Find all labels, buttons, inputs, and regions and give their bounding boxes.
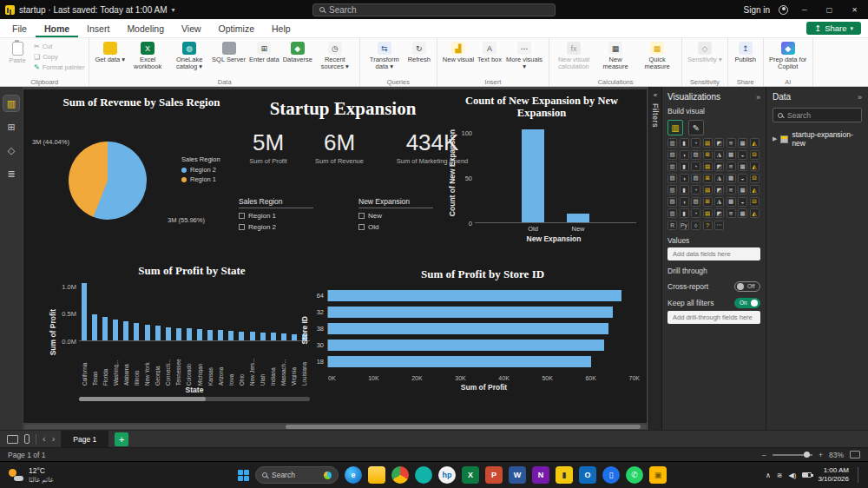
viz-type-icon[interactable]: ◩ (714, 208, 724, 218)
sql-server-button[interactable]: SQL Server (211, 41, 247, 64)
viz-type-icon[interactable]: ▩ (727, 174, 736, 183)
filters-pane-collapsed[interactable]: « Filters (648, 87, 661, 430)
viz-type-icon[interactable]: ≋ (727, 185, 736, 195)
viz-type-icon[interactable]: ◔ (691, 138, 700, 148)
bar-iowa[interactable] (228, 331, 233, 340)
zoom-slider-knob[interactable] (804, 452, 810, 458)
menu-tab-home[interactable]: Home (36, 21, 78, 37)
cross-report-toggle[interactable]: Off (734, 281, 760, 292)
keep-all-filters-toggle[interactable]: On (734, 298, 760, 308)
slicer-option-new[interactable]: New (358, 212, 433, 220)
viz-type-icon[interactable]: ◮ (714, 150, 724, 160)
bar-indiana[interactable] (271, 333, 276, 340)
new-page-button[interactable]: + (115, 432, 128, 446)
viz-type-icon[interactable]: ◮ (714, 174, 724, 183)
chrome-icon[interactable] (391, 466, 409, 484)
report-view-button[interactable]: ▥ (3, 96, 19, 111)
outlook-icon[interactable]: O (579, 466, 596, 484)
viz-type-icon[interactable]: ▤ (703, 138, 713, 148)
viz-type-icon[interactable]: ▥ (667, 162, 677, 171)
viz-type-icon[interactable]: ▮ (680, 138, 689, 148)
visual-new-expansion-column-chart[interactable]: Count of New Expansion by New Expansion … (447, 95, 636, 261)
checkbox[interactable] (358, 224, 365, 230)
viz-type-icon[interactable]: ▥ (667, 138, 677, 148)
menu-tab-file[interactable]: File (3, 21, 36, 37)
viz-type-icon[interactable]: ▦ (738, 138, 747, 148)
onenote-icon[interactable]: N (532, 466, 549, 484)
title-chevron-icon[interactable]: ▾ (171, 6, 174, 14)
dashboard-heading[interactable]: Startup Expansion (232, 98, 454, 120)
bar-arizona[interactable] (218, 330, 223, 340)
previous-page-arrow[interactable]: ‹ (43, 434, 46, 444)
bar-new-jers-[interactable] (250, 332, 255, 340)
viz-type-icon[interactable]: ≋ (727, 162, 736, 171)
viz-type-icon[interactable]: ◩ (714, 162, 724, 171)
viz-type-icon[interactable]: ⊟ (750, 174, 760, 183)
bar-georgia[interactable] (155, 326, 161, 340)
phone-link-icon[interactable]: ▯ (602, 466, 620, 484)
weather-widget[interactable]: 12°C غائم غالبًا (9, 466, 139, 483)
expand-filters-icon[interactable]: « (654, 91, 657, 99)
viz-type-icon[interactable]: ▥ (667, 208, 677, 218)
viz-type-icon[interactable]: ◭ (750, 185, 760, 195)
fit-to-page-icon[interactable] (850, 451, 860, 458)
format-visual-icon[interactable]: ✎ (688, 120, 704, 135)
bar-tennessee[interactable] (176, 328, 181, 340)
legend-item[interactable]: Region 2 (181, 166, 220, 174)
viz-type-icon[interactable]: ▨ (691, 197, 700, 207)
more-visuals-button[interactable]: ⋯More visuals ▾ (504, 41, 544, 72)
checkbox[interactable] (239, 213, 245, 219)
bar-colorado[interactable] (187, 328, 192, 340)
viz-type-icon[interactable]: ▤ (703, 185, 713, 195)
viz-type-icon[interactable]: R (667, 221, 677, 230)
bar-store-18[interactable] (328, 356, 591, 367)
mobile-layout-icon[interactable] (24, 434, 30, 444)
show-desktop-button[interactable] (858, 467, 859, 483)
menu-tab-optimize[interactable]: Optimize (210, 21, 263, 37)
bar-store-64[interactable] (328, 290, 621, 301)
viz-type-icon[interactable]: ▧ (667, 150, 677, 160)
column-old[interactable] (522, 129, 544, 222)
bar-utah[interactable] (260, 333, 266, 340)
viz-type-icon[interactable]: ▦ (738, 185, 747, 195)
viz-type-icon[interactable]: ≋ (727, 208, 736, 218)
start-button[interactable] (238, 470, 249, 481)
semantic-model-item[interactable]: ▶ startup-expansion-new (773, 130, 862, 148)
viz-type-icon[interactable]: ▮ (680, 185, 689, 195)
maximize-button[interactable]: ▢ (821, 6, 838, 14)
checkbox[interactable] (239, 224, 245, 230)
cut-button[interactable]: ✂Cut (34, 43, 84, 50)
titlebar-search[interactable]: Search (312, 3, 556, 16)
viz-type-icon[interactable]: ▤ (703, 208, 713, 218)
viz-type-icon[interactable]: ▦ (738, 208, 747, 218)
viz-type-icon[interactable]: ◑ (680, 150, 689, 160)
legend-item[interactable]: Region 1 (181, 175, 220, 183)
onelake-catalog-button[interactable]: ◍OneLake catalog ▾ (169, 41, 209, 72)
bar-michigan[interactable] (197, 329, 202, 340)
viz-type-icon[interactable]: ◩ (714, 138, 724, 148)
viz-type-icon[interactable]: ⊟ (750, 150, 760, 160)
teams-chat-icon[interactable] (415, 466, 432, 484)
viz-type-icon[interactable]: ▤ (703, 162, 713, 171)
desktop-layout-icon[interactable] (7, 435, 18, 444)
zoom-out-button[interactable]: − (762, 451, 766, 459)
viz-type-icon[interactable]: ◭ (750, 162, 760, 171)
hidden-icons-chevron[interactable]: ∧ (766, 472, 771, 479)
word-icon[interactable]: W (509, 466, 526, 484)
bar-ohio[interactable] (239, 332, 244, 340)
sensitivity-button[interactable]: ◇Sensitivity ▾ (687, 41, 723, 64)
prep-data-for-copilot-button[interactable]: ◆Prep data for Copilot (768, 41, 808, 72)
build-visual-icon[interactable]: ▥ (667, 120, 683, 135)
kpi-card[interactable]: 6MSum of Revenue (308, 129, 371, 165)
visual-profit-by-state-chart[interactable]: Sum of Profit by State Sum of Profit 0.0… (48, 265, 310, 401)
bar-new-york[interactable] (145, 325, 150, 340)
checkbox[interactable] (358, 213, 365, 219)
data-search-input[interactable]: Search (773, 108, 862, 122)
viz-type-icon[interactable]: ◒ (738, 174, 747, 183)
viz-type-icon[interactable]: ◔ (691, 162, 700, 171)
visual-profit-by-store-id-chart[interactable]: Sum of Profit by Store ID Store ID 64323… (299, 268, 640, 392)
minimize-button[interactable]: ─ (797, 6, 812, 14)
viz-type-icon[interactable]: ◒ (738, 150, 747, 160)
slicer-option-old[interactable]: Old (358, 223, 433, 231)
share-button[interactable]: ↥ Share ▾ (806, 22, 861, 35)
